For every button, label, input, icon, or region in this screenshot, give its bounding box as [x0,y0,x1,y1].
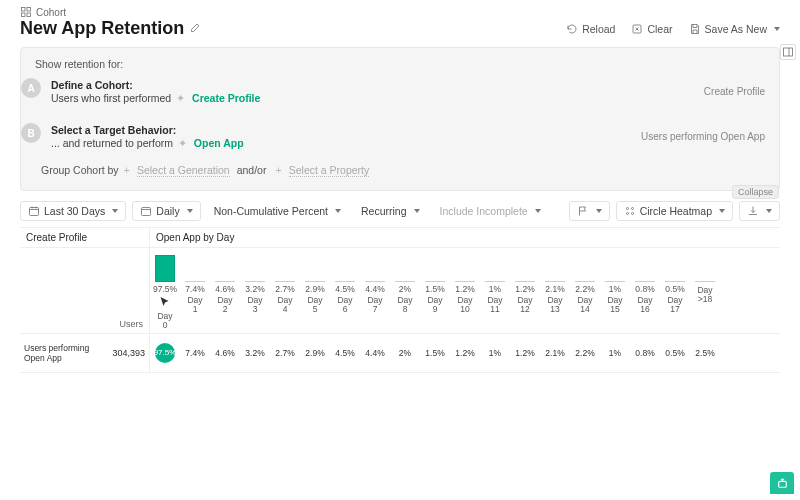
reload-icon [566,23,578,35]
svg-rect-5 [30,208,39,216]
retention-cell[interactable]: 2.7% [270,334,300,372]
day-column: 0.8%Day16 [630,252,660,331]
granularity-picker[interactable]: Daily [132,201,200,221]
day-column: 1%Day11 [480,252,510,331]
add-property-icon[interactable]: + [275,164,281,176]
day-column: 4.5%Day6 [330,252,360,331]
mode-picker[interactable]: Non-Cumulative Percent [207,202,348,220]
day-column: 4.4%Day7 [360,252,390,331]
reload-button[interactable]: Reload [566,23,615,35]
clear-icon [631,23,643,35]
add-action-icon[interactable]: ✦ [176,92,185,104]
add-generation-icon[interactable]: + [124,164,130,176]
download-button[interactable] [739,201,780,221]
retention-cell[interactable]: 2.1% [540,334,570,372]
row-users: 304,393 [115,334,150,372]
retention-cell[interactable]: 1.2% [450,334,480,372]
save-icon [689,23,701,35]
retention-cell[interactable]: 2% [390,334,420,372]
retention-cell[interactable]: 3.2% [240,334,270,372]
svg-rect-2 [22,13,26,17]
day-column: 2.9%Day5 [300,252,330,331]
select-generation[interactable]: Select a Generation [137,164,230,177]
day-column: 1%Day15 [600,252,630,331]
viz-type-picker[interactable]: Circle Heatmap [616,201,733,221]
grid-icon [20,6,32,18]
help-fab[interactable] [770,472,794,494]
table-toolbar: Last 30 Days Daily Non-Cumulative Percen… [0,195,800,227]
step-b-aside: Users performing Open App [641,131,765,142]
retention-cell[interactable]: 1% [600,334,630,372]
clear-button[interactable]: Clear [631,23,672,35]
day-column: 7.4%Day1 [180,252,210,331]
step-b-badge: B [21,123,41,143]
flag-icon [577,205,589,217]
day-column: 0.5%Day17 [660,252,690,331]
retention-cell[interactable]: 4.6% [210,334,240,372]
edit-icon[interactable] [190,21,202,36]
users-column-label: Users [119,319,143,329]
svg-point-10 [631,213,633,215]
day-column: 3.2%Day3 [240,252,270,331]
row-label: Users performing Open App [20,339,115,367]
retention-cell[interactable]: 1% [480,334,510,372]
svg-point-8 [631,208,633,210]
step-b-heading: Select a Target Behavior: [51,124,631,136]
svg-rect-12 [778,481,786,487]
retention-cell[interactable]: 2.2% [570,334,600,372]
svg-rect-3 [27,13,31,17]
retention-cell[interactable]: 0.8% [630,334,660,372]
retention-circles: 97.5%7.4%4.6%3.2%2.7%2.9%4.5%4.4%2%1.5%1… [150,334,720,372]
config-panel: Show retention for: A Define a Cohort: U… [20,47,780,191]
group-by-label: Group Cohort by [41,164,119,176]
download-icon [747,205,759,217]
cursor-icon [159,296,171,310]
day-column: 2%Day8 [390,252,420,331]
breadcrumb-label: Cohort [36,7,66,18]
step-b-event[interactable]: Open App [194,137,244,149]
retention-cell[interactable]: 4.4% [360,334,390,372]
day-column: 1.2%Day10 [450,252,480,331]
svg-rect-1 [27,8,31,12]
retention-cell[interactable]: 1.2% [510,334,540,372]
svg-rect-0 [22,8,26,12]
flag-button[interactable] [569,201,610,221]
calendar-icon [140,205,152,217]
step-a-aside: Create Profile [704,86,765,97]
step-a-subtext: Users who first performed [51,92,171,104]
day-column: Day>18 [690,252,720,331]
retention-cell[interactable]: 97.5% [150,334,180,372]
table-right-header: Open App by Day [150,228,240,247]
step-a-event[interactable]: Create Profile [192,92,260,104]
retention-cell[interactable]: 4.5% [330,334,360,372]
day-column: 2.1%Day13 [540,252,570,331]
collapse-button[interactable]: Collapse [732,185,779,199]
day-column: 1.2%Day12 [510,252,540,331]
add-action-icon[interactable]: ✦ [178,137,187,149]
save-as-new-button[interactable]: Save As New [689,23,780,35]
include-incomplete-picker[interactable]: Include Incomplete [433,202,548,220]
group-conj: and/or [237,164,267,176]
layout-icon [782,46,794,58]
retention-cell[interactable]: 0.5% [660,334,690,372]
retention-cell[interactable]: 1.5% [420,334,450,372]
breadcrumb[interactable]: Cohort [20,6,780,18]
day-column: 97.5%Day0 [150,252,180,331]
show-retention-label: Show retention for: [35,58,765,70]
bot-icon [776,477,789,490]
retention-cell[interactable]: 7.4% [180,334,210,372]
step-a-heading: Define a Cohort: [51,79,694,91]
table-left-header: Create Profile [20,228,150,247]
page-title: New App Retention [20,18,184,39]
recurring-picker[interactable]: Recurring [354,202,427,220]
grid-icon [624,205,636,217]
select-property[interactable]: Select a Property [289,164,370,177]
side-panel-toggle[interactable] [780,44,796,60]
step-b-subtext: ... and returned to perform [51,137,173,149]
retention-cell[interactable]: 2.9% [300,334,330,372]
step-a-badge: A [21,78,41,98]
retention-bars: 97.5%Day07.4%Day14.6%Day23.2%Day32.7%Day… [150,248,720,333]
day-column: 2.7%Day4 [270,252,300,331]
retention-cell[interactable]: 2.5% [690,334,720,372]
date-range-picker[interactable]: Last 30 Days [20,201,126,221]
